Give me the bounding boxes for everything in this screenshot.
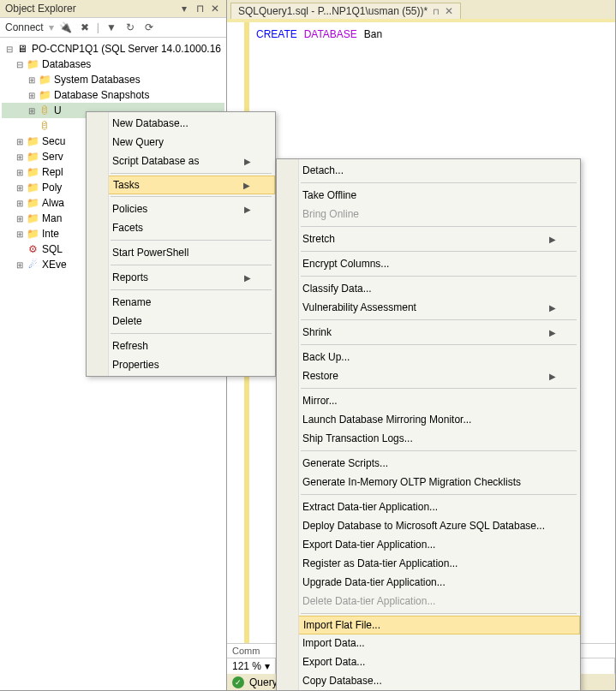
refresh-icon[interactable]: ↻ (123, 21, 137, 34)
tree-node[interactable]: Poly (42, 182, 62, 194)
menu-policies[interactable]: Policies▶ (87, 200, 275, 218)
sql-keyword: DATABASE (304, 28, 357, 40)
disconnect-icon[interactable]: ✖ (78, 21, 92, 34)
menu-detach[interactable]: Detach... (277, 161, 580, 180)
chevron-right-icon: ▶ (244, 205, 251, 214)
close-icon[interactable]: ✕ (445, 5, 453, 17)
menu-vulnerability-assessment[interactable]: Vulnerability Assessment▶ (277, 298, 580, 317)
tree-node[interactable]: Secu (42, 135, 65, 147)
menu-upgrade-dac[interactable]: Upgrade Data-tier Application... (277, 573, 580, 592)
server-node[interactable]: PO-CCNP1Q1 (SQL Server 14.0.1000.16 (32, 43, 221, 55)
menu-script-database-as[interactable]: Script Database as▶ (87, 152, 275, 170)
folder-icon: 📁 (38, 74, 51, 86)
tree-node[interactable]: Alwa (42, 197, 64, 209)
menu-export-dac[interactable]: Export Data-tier Application... (277, 535, 580, 554)
menu-generate-inmemory-checklists[interactable]: Generate In-Memory OLTP Migration Checkl… (277, 473, 580, 491)
snapshots-node[interactable]: Database Snapshots (54, 89, 149, 101)
menu-separator (301, 182, 577, 183)
menu-separator (111, 333, 272, 334)
object-explorer-titlebar: Object Explorer ▾ ⊓ ✕ (0, 0, 226, 18)
expand-icon[interactable]: ⊞ (14, 137, 26, 146)
sql-keyword: CREATE (256, 28, 297, 40)
expand-icon[interactable]: ⊞ (26, 106, 38, 116)
menu-start-powershell[interactable]: Start PowerShell (87, 243, 275, 262)
menu-deploy-azure[interactable]: Deploy Database to Microsoft Azure SQL D… (277, 516, 580, 535)
menu-shrink[interactable]: Shrink▶ (277, 323, 580, 342)
expand-icon[interactable]: ⊞ (14, 229, 26, 239)
menu-import-flat-file[interactable]: Import Flat File... (277, 616, 580, 634)
menu-separator (301, 344, 577, 345)
menu-separator (111, 173, 272, 174)
connect-button[interactable]: Connect (5, 21, 44, 33)
expand-icon[interactable]: ⊞ (26, 91, 38, 100)
menu-stretch[interactable]: Stretch▶ (277, 229, 580, 248)
menu-classify-data[interactable]: Classify Data... (277, 279, 580, 298)
menu-new-database[interactable]: New Database... (87, 114, 275, 133)
folder-icon: 📁 (26, 228, 39, 240)
filter-icon[interactable]: ▼ (105, 21, 118, 34)
menu-ship-transaction-logs[interactable]: Ship Transaction Logs... (277, 429, 580, 448)
database-node-selected[interactable]: U (54, 104, 62, 116)
database-icon: 🛢 (38, 120, 51, 132)
expand-icon[interactable]: ⊞ (14, 214, 26, 223)
activity-icon[interactable]: ⟳ (142, 21, 156, 34)
menu-rename[interactable]: Rename (87, 293, 275, 312)
menu-separator (301, 450, 577, 451)
menu-import-data[interactable]: Import Data... (277, 634, 580, 652)
system-databases-node[interactable]: System Databases (54, 74, 141, 86)
expand-icon[interactable]: ⊞ (26, 75, 38, 85)
menu-bring-online: Bring Online (277, 205, 580, 223)
tree-node[interactable]: Inte (42, 228, 59, 240)
menu-reports[interactable]: Reports▶ (87, 268, 275, 287)
menu-tasks[interactable]: Tasks▶ (87, 176, 275, 194)
menu-generate-scripts[interactable]: Generate Scripts... (277, 454, 580, 473)
menu-facets[interactable]: Facets (87, 218, 275, 237)
menu-launch-mirroring-monitor[interactable]: Launch Database Mirroring Monitor... (277, 410, 580, 429)
menu-register-dac[interactable]: Register as Data-tier Application... (277, 554, 580, 573)
menu-delete[interactable]: Delete (87, 312, 275, 331)
menu-encrypt-columns[interactable]: Encrypt Columns... (277, 254, 580, 273)
document-tab[interactable]: SQLQuery1.sql - P...NP1Q1\usman (55))* ⊓… (230, 3, 461, 19)
zoom-selector[interactable]: 121 % ▾ (227, 658, 276, 674)
menu-separator (301, 494, 577, 495)
agent-icon: ⚙ (26, 243, 39, 255)
collapse-icon[interactable]: ⊟ (3, 45, 15, 54)
close-icon[interactable]: ✕ (209, 3, 221, 15)
menu-separator (111, 240, 272, 241)
collapse-icon[interactable]: ⊟ (14, 60, 26, 69)
menu-export-data[interactable]: Export Data... (277, 652, 580, 671)
tab-label: SQLQuery1.sql - P...NP1Q1\usman (55))* (238, 5, 428, 17)
tree-node[interactable]: SQL (42, 243, 63, 255)
menu-mirror[interactable]: Mirror... (277, 391, 580, 410)
menu-separator (301, 226, 577, 227)
expand-icon[interactable]: ⊞ (14, 168, 26, 177)
connect-icon[interactable]: 🔌 (59, 21, 73, 34)
menu-separator (301, 388, 577, 389)
pin-icon[interactable]: ⊓ (433, 7, 440, 16)
dropdown-icon[interactable]: ▾ (178, 3, 190, 15)
expand-icon[interactable]: ⊞ (14, 260, 26, 270)
menu-properties[interactable]: Properties (87, 355, 275, 374)
menu-refresh[interactable]: Refresh (87, 337, 275, 355)
tree-node[interactable]: Serv (42, 151, 63, 163)
menu-delete-dac: Delete Data-tier Application... (277, 592, 580, 611)
pin-icon[interactable]: ⊓ (194, 3, 206, 15)
menu-extract-dac[interactable]: Extract Data-tier Application... (277, 497, 580, 516)
chevron-down-icon: ▾ (265, 660, 270, 672)
expand-icon[interactable]: ⊞ (14, 183, 26, 193)
menu-separator (301, 251, 577, 252)
expand-icon[interactable]: ⊞ (14, 152, 26, 162)
folder-icon: 📁 (26, 212, 39, 224)
menu-take-offline[interactable]: Take Offline (277, 186, 580, 205)
tree-node[interactable]: XEve (42, 259, 67, 271)
menu-new-query[interactable]: New Query (87, 133, 275, 152)
tree-node[interactable]: Man (42, 212, 62, 224)
chevron-right-icon: ▶ (549, 303, 556, 313)
tree-node[interactable]: Repl (42, 166, 63, 178)
chevron-right-icon: ▶ (244, 157, 251, 166)
menu-back-up[interactable]: Back Up... (277, 348, 580, 366)
menu-restore[interactable]: Restore▶ (277, 366, 580, 385)
menu-copy-database[interactable]: Copy Database... (277, 671, 580, 690)
databases-node[interactable]: Databases (42, 58, 91, 70)
expand-icon[interactable]: ⊞ (14, 199, 26, 208)
